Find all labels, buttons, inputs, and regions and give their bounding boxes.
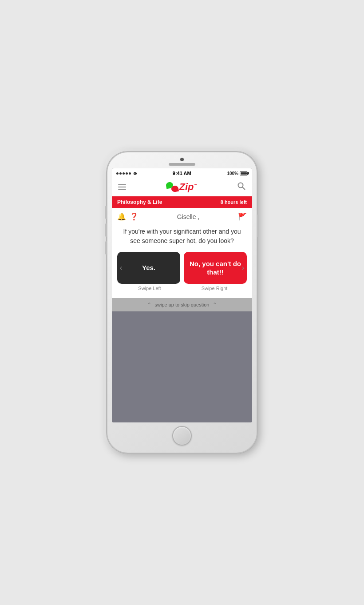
signal-dots	[116, 172, 131, 175]
status-left: ⊛	[116, 171, 137, 176]
battery-icon	[240, 171, 248, 175]
svg-line-1	[243, 187, 245, 190]
logo-text: Zip™	[179, 182, 198, 192]
user-name: Giselle ,	[138, 213, 238, 220]
battery-percent: 100%	[227, 171, 238, 176]
answer-buttons: ‹ Yes. No, you can't do that!! ›	[117, 252, 247, 284]
signal-dot-1	[116, 172, 119, 175]
skip-chevron-right: ⌃	[213, 302, 217, 308]
question-card: 🔔 ❓ Giselle , 🚩 If you're with your sign…	[112, 208, 252, 298]
question-text: If you're with your significant other an…	[119, 227, 245, 246]
card-top-icons: 🔔 ❓ Giselle , 🚩	[117, 212, 247, 221]
phone-device: ⊛ 9:41 AM 100%	[107, 151, 257, 454]
swipe-left-label: Swipe Left	[117, 286, 182, 291]
speaker	[169, 163, 195, 166]
question-icon[interactable]: ❓	[130, 212, 138, 221]
answer-no-label: No, you can't do that!!	[187, 259, 243, 277]
skip-chevron-left: ⌃	[147, 302, 151, 308]
app-header: Zip™	[112, 178, 252, 196]
category-name: Philosophy & Life	[117, 199, 162, 205]
answer-yes-button[interactable]: ‹ Yes.	[117, 252, 180, 284]
skip-bar[interactable]: ⌃ swipe up to skip question ⌃	[112, 298, 252, 311]
phone-screen: ⊛ 9:41 AM 100%	[112, 168, 252, 422]
home-button-container	[172, 426, 192, 446]
search-button[interactable]	[237, 182, 246, 192]
chevron-left-icon: ‹	[120, 264, 122, 272]
status-right: 100%	[227, 171, 248, 176]
category-banner: Philosophy & Life 8 hours left	[112, 196, 252, 208]
answer-yes-label: Yes.	[142, 263, 155, 272]
skip-text: swipe up to skip question	[155, 302, 210, 307]
card-left-icons: 🔔 ❓	[117, 212, 138, 221]
menu-button[interactable]	[118, 184, 126, 190]
flag-icon[interactable]: 🚩	[238, 212, 247, 221]
swipe-right-label: Swipe Right	[182, 286, 247, 291]
camera	[180, 158, 184, 161]
time-left: 8 hours left	[221, 199, 247, 205]
signal-dot-4	[126, 172, 128, 175]
signal-dot-5	[129, 172, 131, 175]
home-button[interactable]	[172, 426, 192, 446]
status-bar: ⊛ 9:41 AM 100%	[112, 168, 252, 178]
signal-dot-3	[123, 172, 125, 175]
chevron-right-icon: ›	[242, 264, 244, 272]
bell-icon[interactable]: 🔔	[117, 212, 126, 221]
status-time: 9:41 AM	[173, 171, 191, 176]
logo-bubble	[166, 182, 178, 192]
signal-dot-2	[119, 172, 122, 175]
wifi-icon: ⊛	[133, 171, 137, 176]
volume-down-button[interactable]	[105, 241, 107, 255]
app-logo: Zip™	[166, 182, 198, 192]
volume-up-button[interactable]	[105, 223, 107, 237]
swipe-labels: Swipe Left Swipe Right	[117, 286, 247, 291]
bottom-area	[112, 311, 252, 422]
answer-no-button[interactable]: No, you can't do that!! ›	[184, 252, 247, 284]
top-notch	[138, 158, 226, 166]
